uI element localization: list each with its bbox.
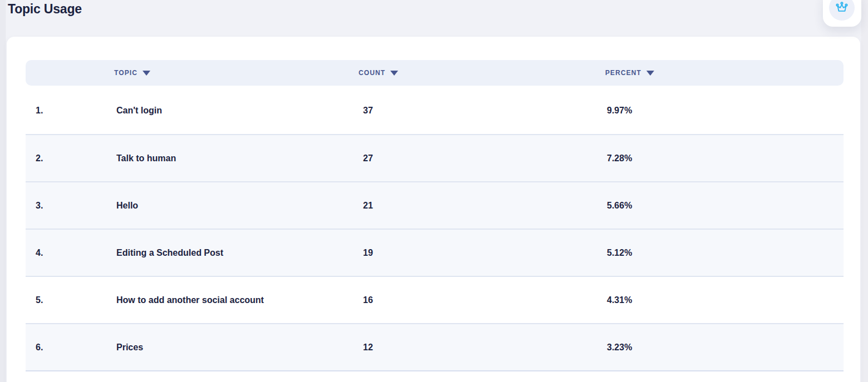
column-header-label: PERCENT: [605, 69, 641, 77]
row-rank: 6.: [26, 343, 114, 353]
table-row[interactable]: 1. Can't login 37 9.97%: [26, 87, 844, 134]
row-topic: Editing a Scheduled Post: [114, 248, 359, 258]
column-header-topic[interactable]: TOPIC: [114, 69, 359, 77]
row-topic: Can't login: [114, 106, 359, 116]
row-percent: 9.97%: [605, 106, 844, 116]
table-header-row: TOPIC COUNT PERCENT: [26, 60, 844, 86]
page-title: Topic Usage: [8, 2, 82, 17]
premium-crown-button[interactable]: [829, 0, 855, 21]
table-row[interactable]: 3. Hello 21 5.66%: [26, 181, 844, 229]
row-percent: 5.12%: [605, 248, 844, 258]
table-row[interactable]: 6. Prices 12 3.23%: [26, 323, 844, 370]
sort-desc-icon: [646, 71, 654, 76]
row-percent: 4.31%: [605, 295, 844, 305]
column-header-percent[interactable]: PERCENT: [605, 69, 844, 77]
table-row-partial: [26, 370, 844, 382]
row-topic: Talk to human: [114, 153, 359, 163]
row-percent: 5.66%: [605, 201, 844, 211]
topic-usage-table: TOPIC COUNT PERCENT 1. Can't login 37 9.…: [26, 60, 844, 382]
row-rank: 1.: [26, 106, 114, 116]
row-percent: 7.28%: [605, 153, 844, 163]
column-header-label: TOPIC: [114, 69, 138, 77]
row-count: 21: [359, 201, 605, 211]
row-topic: Prices: [114, 343, 359, 353]
row-rank: 4.: [26, 248, 114, 258]
sort-desc-icon: [143, 71, 150, 76]
row-percent: 3.23%: [605, 343, 844, 353]
row-count: 27: [359, 153, 605, 163]
table-body: 1. Can't login 37 9.97% 2. Talk to human…: [26, 87, 844, 382]
topic-usage-card: TOPIC COUNT PERCENT 1. Can't login 37 9.…: [7, 37, 860, 382]
row-count: 19: [359, 248, 605, 258]
row-rank: 5.: [26, 295, 114, 305]
row-topic: Hello: [114, 201, 359, 211]
table-row[interactable]: 5. How to add another social account 16 …: [26, 276, 844, 323]
row-count: 12: [359, 343, 605, 353]
table-row[interactable]: 4. Editing a Scheduled Post 19 5.12%: [26, 229, 844, 276]
row-topic: How to add another social account: [114, 295, 359, 305]
row-count: 37: [359, 106, 605, 116]
column-header-label: COUNT: [359, 69, 385, 77]
table-row[interactable]: 2. Talk to human 27 7.28%: [26, 134, 844, 181]
crown-icon: [835, 1, 849, 15]
row-rank: 3.: [26, 201, 114, 211]
row-rank: 2.: [26, 153, 114, 163]
premium-badge-card: [823, 0, 861, 27]
column-header-count[interactable]: COUNT: [359, 69, 605, 77]
row-count: 16: [359, 295, 605, 305]
sort-desc-icon: [390, 71, 398, 76]
